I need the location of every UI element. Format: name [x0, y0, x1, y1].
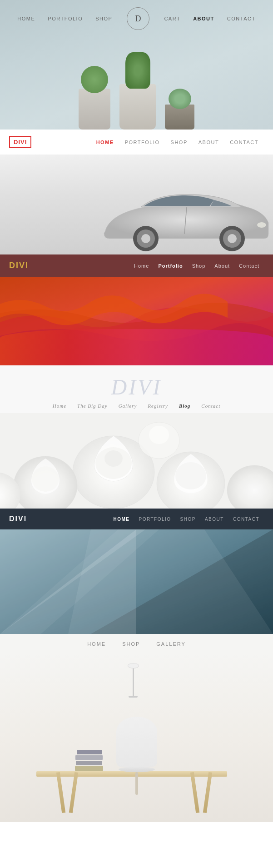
svg-point-2	[141, 234, 150, 243]
plant-pot-1	[79, 89, 110, 130]
nav3: DIVI Home Portfolio Shop About Contact	[0, 254, 273, 277]
nav5-contact[interactable]: CONTACT	[228, 517, 264, 522]
chair-seat	[119, 767, 155, 772]
chair	[116, 717, 157, 795]
abstract-hero	[0, 277, 273, 365]
lamp-base	[129, 696, 138, 698]
divi-logo-red: DIVI	[9, 136, 31, 148]
section6: HOME SHOP GALLERY	[0, 634, 273, 822]
svg-point-12	[104, 450, 123, 467]
divi-logo-gold: DIVI	[9, 261, 29, 270]
desk-leg-right2	[190, 772, 199, 813]
desk-leg-left1	[56, 772, 65, 813]
nav4-gallery[interactable]: Gallery	[113, 403, 143, 409]
book-2	[75, 755, 103, 760]
nav4-registry[interactable]: Registry	[142, 403, 174, 409]
nav3-links: Home Portfolio Shop About Contact	[129, 263, 264, 269]
roses-svg	[0, 413, 273, 509]
book-4	[75, 766, 103, 771]
books	[75, 750, 103, 771]
desk-leg-left2	[69, 772, 78, 813]
nav4-blog[interactable]: Blog	[174, 403, 196, 409]
nav5-home[interactable]: HOME	[109, 517, 134, 522]
nav6-links: HOME SHOP GALLERY	[79, 641, 194, 647]
car-hero	[0, 155, 273, 254]
lamp	[128, 663, 139, 698]
nav4-home[interactable]: Home	[47, 403, 72, 409]
nav4-bigday[interactable]: The Big Day	[72, 403, 113, 409]
nav4: DIVI Home The Big Day Gallery Registry B…	[0, 365, 273, 413]
svg-point-16	[175, 462, 206, 489]
nav2-contact[interactable]: CONTACT	[224, 140, 264, 145]
nav2-about[interactable]: ABOUT	[193, 140, 224, 145]
plants-display	[0, 20, 273, 130]
section4: DIVI Home The Big Day Gallery Registry B…	[0, 365, 273, 509]
nav2-links: HOME PORTFOLIO SHOP ABOUT CONTACT	[91, 140, 264, 145]
nav5-portfolio[interactable]: PORTFOLIO	[134, 517, 176, 522]
nav6-gallery[interactable]: GALLERY	[148, 641, 194, 647]
chair-back	[116, 717, 157, 767]
lamp-stem	[133, 668, 134, 696]
nav5-links: HOME PORTFOLIO SHOP ABOUT CONTACT	[109, 517, 264, 522]
nav6-home[interactable]: HOME	[79, 641, 114, 647]
nav2: DIVI HOME PORTFOLIO SHOP ABOUT CONTACT	[0, 130, 273, 155]
chair-leg	[135, 772, 138, 795]
nav3-home[interactable]: Home	[129, 263, 154, 269]
nav2-shop[interactable]: SHOP	[165, 140, 193, 145]
nav2-portfolio[interactable]: PORTFOLIO	[119, 140, 165, 145]
lamp-head	[128, 663, 139, 668]
abstract-waves	[0, 329, 273, 365]
nav3-about[interactable]: About	[210, 263, 234, 269]
divi-logo-italic: DIVI	[111, 374, 162, 399]
geo-shape-1	[0, 529, 136, 634]
roses-hero	[0, 413, 273, 509]
nav4-contact[interactable]: Contact	[196, 403, 226, 409]
svg-point-7	[257, 222, 266, 228]
svg-point-14	[32, 466, 59, 492]
nav5-about[interactable]: ABOUT	[200, 517, 228, 522]
nav3-shop[interactable]: Shop	[188, 263, 210, 269]
section5: DIVI HOME PORTFOLIO SHOP ABOUT CONTACT	[0, 509, 273, 634]
plant-pot-2	[119, 84, 156, 130]
book-1	[77, 750, 102, 754]
nav5: DIVI HOME PORTFOLIO SHOP ABOUT CONTACT	[0, 509, 273, 529]
svg-point-5	[228, 234, 237, 243]
nav3-contact[interactable]: Contact	[234, 263, 264, 269]
nav3-portfolio[interactable]: Portfolio	[154, 263, 187, 269]
nav2-home[interactable]: HOME	[91, 140, 119, 145]
svg-point-20	[149, 426, 169, 444]
section1-hero: HOME PORTFOLIO SHOP D CART ABOUT CONTACT	[0, 0, 273, 130]
geometric-hero	[0, 529, 273, 634]
car-svg	[91, 191, 273, 254]
plant-pot-3	[165, 105, 194, 130]
book-3	[76, 761, 102, 765]
nav6: HOME SHOP GALLERY	[0, 634, 273, 654]
section2: DIVI HOME PORTFOLIO SHOP ABOUT CONTACT	[0, 130, 273, 254]
nav6-shop[interactable]: SHOP	[114, 641, 148, 647]
desk-hero	[0, 654, 273, 822]
section3: DIVI Home Portfolio Shop About Contact	[0, 254, 273, 365]
nav5-shop[interactable]: SHOP	[176, 517, 200, 522]
divi-logo-white: DIVI	[9, 515, 27, 523]
desk-leg-right1	[203, 772, 212, 813]
nav4-links: Home The Big Day Gallery Registry Blog C…	[47, 403, 226, 409]
